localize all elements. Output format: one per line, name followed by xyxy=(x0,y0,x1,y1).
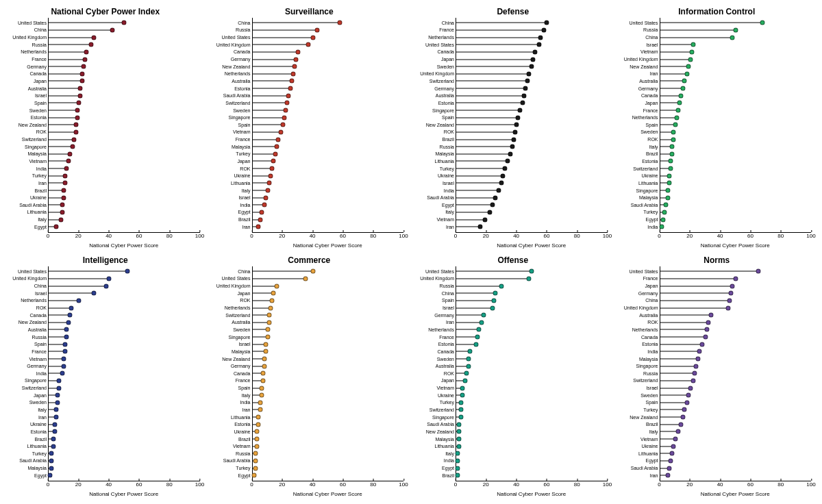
data-row: Vietnam xyxy=(49,356,200,362)
country-label: United Kingdom xyxy=(12,35,49,40)
country-label: Sweden xyxy=(29,400,49,405)
country-label: Egypt xyxy=(34,473,49,478)
rows: ChinaRussiaUnited StatesUnited KingdomCa… xyxy=(253,19,404,231)
lollipop-dot xyxy=(285,101,290,105)
lollipop-dot xyxy=(270,298,275,303)
data-row: Lithuania xyxy=(660,180,812,186)
lollipop-stem xyxy=(49,117,77,118)
lollipop-dot xyxy=(262,357,267,362)
x-tick: 40 xyxy=(513,481,519,488)
lollipop-stem xyxy=(49,271,127,272)
data-row: United States xyxy=(456,268,608,275)
data-row: Japan xyxy=(660,100,812,106)
x-tick: 0 xyxy=(658,233,660,239)
lollipop-dot xyxy=(279,129,284,134)
panel-offense: OffenseUnited StatesUnited KingdomRussia… xyxy=(414,255,612,497)
data-row: Saudi Arabia xyxy=(253,92,404,99)
country-label: Italy xyxy=(242,188,253,193)
lollipop-stem xyxy=(660,410,684,410)
data-row: Estonia xyxy=(456,341,608,347)
lollipop-dot xyxy=(258,407,262,412)
lollipop-dot xyxy=(280,123,285,127)
data-row: Egypt xyxy=(660,457,812,464)
lollipop-dot xyxy=(665,188,670,193)
lollipop-dot xyxy=(502,166,507,171)
lollipop-dot xyxy=(706,320,711,325)
data-row: Japan xyxy=(253,290,404,297)
lollipop-dot xyxy=(251,473,256,478)
country-label: Vietnam xyxy=(233,129,253,134)
data-row: Lithuania xyxy=(49,443,200,449)
lollipop-dot xyxy=(258,217,262,222)
country-label: Turkey xyxy=(643,407,660,412)
lollipop-dot xyxy=(63,342,68,346)
rows: United StatesChinaUnited KingdomRussiaNe… xyxy=(49,19,200,231)
data-row: Malaysia xyxy=(253,349,404,355)
lollipop-stem xyxy=(456,322,482,323)
data-row: Ukraine xyxy=(253,429,404,435)
country-label: Singapore xyxy=(229,335,253,340)
country-label: United Kingdom xyxy=(624,305,660,310)
country-label: Lithuania xyxy=(27,210,49,214)
country-label: ROK xyxy=(36,305,49,310)
country-label: Malaysia xyxy=(232,349,253,354)
lollipop-dot xyxy=(703,335,708,340)
data-row: Israel xyxy=(253,194,404,201)
data-row: Italy xyxy=(456,209,608,215)
country-label: Lithuania xyxy=(231,415,252,420)
lollipop-dot xyxy=(675,108,680,113)
country-label: Canada xyxy=(234,49,253,54)
lollipop-stem xyxy=(49,73,82,74)
data-row: China xyxy=(456,290,608,297)
data-row: Japan xyxy=(49,392,200,399)
country-label: Brazil xyxy=(442,137,456,142)
country-label: Japan xyxy=(237,159,252,164)
panel-surveillance: SurveillanceChinaRussiaUnited StatesUnit… xyxy=(211,7,408,249)
chart-area: ChinaFranceNetherlandsUnited StatesCanad… xyxy=(414,18,612,249)
data-row: Australia xyxy=(660,78,812,84)
lollipop-dot xyxy=(258,400,262,405)
country-label: India xyxy=(444,458,456,463)
lollipop-dot xyxy=(679,93,684,98)
plot-area: ChinaFranceNetherlandsUnited StatesCanad… xyxy=(456,18,608,233)
x-tick: 80 xyxy=(166,481,173,488)
country-label: New Zealand xyxy=(630,415,660,420)
rows: United StatesRussiaChinaIsraelVietnamUni… xyxy=(660,19,812,231)
lollipop-dot xyxy=(60,203,64,207)
lollipop-dot xyxy=(58,217,63,222)
lollipop-dot xyxy=(264,349,269,354)
data-row: Turkey xyxy=(49,451,200,457)
country-label: Israel xyxy=(646,42,660,47)
lollipop-stem xyxy=(456,59,533,60)
country-label: Germany xyxy=(27,64,49,69)
lollipop-stem xyxy=(456,37,540,38)
data-row: France xyxy=(49,349,200,355)
lollipop-dot xyxy=(253,451,258,456)
data-row: Switzerland xyxy=(49,385,200,391)
data-row: United Kingdom xyxy=(456,71,608,77)
country-label: New Zealand xyxy=(222,357,252,362)
country-label: India xyxy=(647,225,660,229)
country-label: Russia xyxy=(440,284,456,288)
lollipop-stem xyxy=(49,131,76,132)
data-row: Singapore xyxy=(253,334,404,340)
lollipop-stem xyxy=(456,300,494,301)
lollipop-dot xyxy=(673,437,677,442)
data-row: Iran xyxy=(660,71,812,77)
country-label: Switzerland xyxy=(225,313,252,318)
lollipop-dot xyxy=(260,378,265,383)
country-label: Egypt xyxy=(646,217,660,222)
lollipop-dot xyxy=(458,407,463,412)
panel-national-cyber-power-index: National Cyber Power IndexUnited StatesC… xyxy=(7,7,204,249)
lollipop-dot xyxy=(275,137,280,142)
lollipop-dot xyxy=(92,35,97,40)
lollipop-dot xyxy=(694,364,699,368)
data-row: China xyxy=(660,297,812,303)
data-row: Germany xyxy=(49,64,200,70)
country-label: France xyxy=(439,27,456,32)
country-label: Vietnam xyxy=(233,444,253,449)
x-tick: 40 xyxy=(310,481,316,488)
lollipop-dot xyxy=(517,108,522,113)
lollipop-dot xyxy=(62,188,66,193)
country-label: Iran xyxy=(38,181,49,186)
